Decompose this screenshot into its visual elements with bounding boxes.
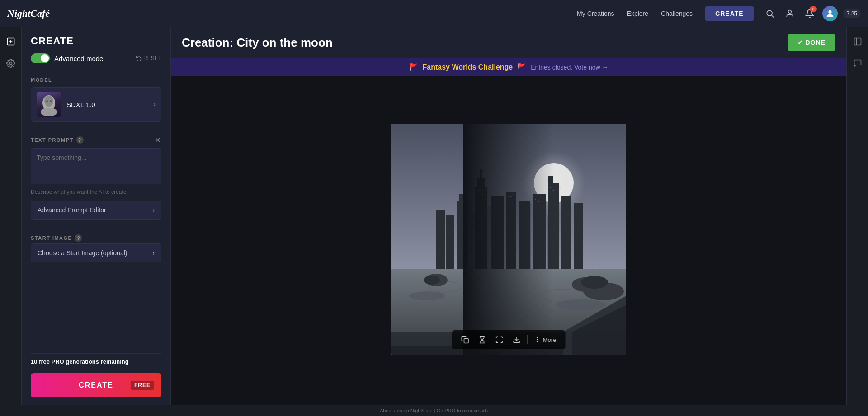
sidebar-settings-icon[interactable] — [4, 56, 18, 70]
copy-button[interactable] — [458, 334, 473, 346]
svg-rect-52 — [535, 199, 536, 200]
start-image-label-row: START IMAGE ? — [31, 234, 82, 242]
bottom-separator: | — [434, 408, 435, 413]
notifications-button[interactable]: 2 — [802, 6, 817, 21]
svg-rect-77 — [854, 38, 861, 45]
create-icon — [6, 37, 15, 46]
download-icon — [513, 336, 521, 344]
start-image-chevron-icon: › — [152, 249, 155, 257]
challenge-name[interactable]: Fantasy Worlds Challenge — [423, 63, 513, 71]
svg-point-7 — [46, 100, 48, 102]
main-layout: CREATE Advanced mode RESET MODEL — [0, 27, 868, 405]
notification-badge: 2 — [810, 6, 817, 12]
image-container: More — [391, 124, 626, 356]
svg-rect-42 — [476, 190, 478, 191]
person-icon — [785, 9, 794, 18]
sidebar-chat-button[interactable] — [850, 56, 865, 70]
chat-icon — [853, 59, 862, 68]
svg-rect-47 — [482, 194, 483, 195]
challenge-entries-link[interactable]: Entries closed. Vote now → — [531, 64, 608, 71]
prompt-input[interactable] — [31, 148, 161, 184]
challenge-emoji-left: 🚩 — [409, 63, 418, 71]
svg-point-0 — [767, 10, 772, 16]
text-prompt-clear-button[interactable] — [154, 136, 161, 144]
image-overlay-right — [756, 76, 846, 405]
top-navigation: NightCafé My Creations Explore Challenge… — [0, 0, 868, 27]
right-sidebar — [846, 27, 868, 405]
svg-rect-49 — [508, 196, 509, 197]
x-icon — [154, 136, 161, 144]
icon-sidebar — [0, 27, 22, 405]
text-prompt-help-icon[interactable]: ? — [76, 136, 84, 144]
svg-rect-53 — [538, 201, 539, 202]
svg-rect-39 — [574, 203, 583, 269]
svg-point-74 — [537, 337, 538, 338]
prompt-hint: Describe what you want the AI to create — [31, 189, 161, 195]
credits-display: 7.25 — [843, 9, 861, 18]
search-button[interactable] — [763, 6, 777, 21]
timer-button[interactable] — [475, 334, 490, 346]
svg-line-1 — [771, 15, 774, 17]
pro-remaining-info: 10 free PRO generations remaining — [22, 354, 170, 369]
model-chevron-icon: › — [153, 100, 156, 108]
svg-rect-50 — [510, 196, 512, 197]
svg-rect-38 — [561, 196, 571, 269]
svg-point-2 — [788, 10, 791, 13]
page-title: Creation: City on the moon — [182, 36, 333, 50]
fullscreen-button[interactable] — [492, 334, 507, 346]
search-icon — [765, 9, 774, 18]
svg-rect-54 — [550, 187, 551, 188]
start-image-help-icon[interactable]: ? — [75, 234, 82, 242]
user-icon-button[interactable] — [783, 6, 797, 21]
svg-point-9 — [41, 108, 57, 116]
svg-rect-72 — [464, 339, 468, 343]
advanced-mode-label: Advanced mode — [54, 55, 132, 62]
reset-button[interactable]: RESET — [136, 55, 161, 61]
about-ads-link[interactable]: About ads on NightCafe — [380, 408, 433, 413]
sidebar-create-icon[interactable] — [4, 34, 18, 49]
content-area: Creation: City on the moon ✓ DONE 🚩 Fant… — [171, 27, 846, 405]
svg-rect-32 — [491, 196, 504, 269]
create-free-button[interactable]: CREATE FREE — [31, 373, 161, 397]
svg-point-76 — [537, 341, 538, 342]
user-avatar[interactable] — [822, 6, 838, 21]
text-prompt-area: Describe what you want the AI to create … — [31, 148, 161, 227]
svg-rect-41 — [446, 215, 454, 269]
pro-remaining-count: 10 — [31, 358, 37, 365]
start-image-button[interactable]: Choose a Start Image (optional) › — [31, 243, 161, 262]
go-pro-link[interactable]: Go PRO to remove ads — [437, 408, 488, 413]
svg-point-67 — [581, 276, 608, 289]
reset-icon — [136, 56, 142, 61]
spacer — [22, 270, 170, 353]
svg-rect-55 — [553, 190, 554, 191]
svg-rect-46 — [476, 194, 478, 195]
svg-point-75 — [537, 339, 538, 340]
avatar-icon — [826, 9, 834, 18]
svg-rect-43 — [479, 190, 481, 191]
svg-rect-31 — [459, 194, 465, 203]
svg-rect-48 — [485, 199, 486, 200]
download-button[interactable] — [509, 334, 524, 346]
challenge-emoji-right: 🚩 — [517, 63, 526, 71]
model-section-label: MODEL — [22, 70, 170, 87]
svg-rect-33 — [506, 192, 516, 269]
topnav-create-button[interactable]: CREATE — [705, 6, 754, 21]
nav-explore[interactable]: Explore — [627, 10, 648, 17]
sidebar-expand-button[interactable] — [850, 34, 865, 49]
app-logo: NightCafé — [7, 8, 50, 19]
advanced-mode-toggle[interactable] — [31, 53, 50, 63]
svg-rect-35 — [533, 194, 546, 269]
more-button[interactable]: More — [530, 334, 560, 345]
model-image — [37, 92, 61, 117]
panel-header: CREATE — [22, 27, 170, 51]
nav-challenges[interactable]: Challenges — [661, 10, 693, 17]
advanced-mode-row: Advanced mode RESET — [22, 51, 170, 70]
nav-my-creations[interactable]: My Creations — [577, 10, 614, 17]
model-selector[interactable]: SDXL 1.0 › — [31, 87, 161, 122]
svg-point-6 — [44, 96, 53, 107]
more-dots-icon — [534, 336, 541, 343]
svg-rect-30 — [457, 201, 467, 269]
advanced-prompt-editor-button[interactable]: Advanced Prompt Editor › — [31, 201, 161, 220]
svg-rect-34 — [519, 201, 530, 269]
done-button[interactable]: ✓ DONE — [788, 34, 835, 51]
